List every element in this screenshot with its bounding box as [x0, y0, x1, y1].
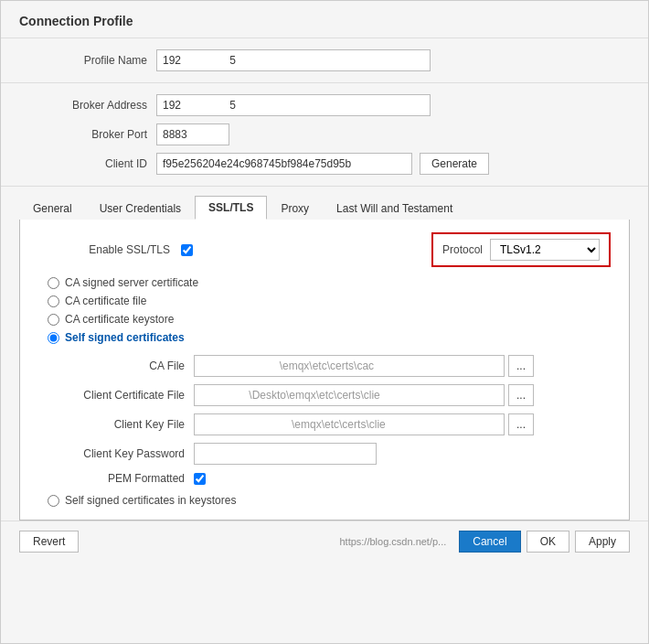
- client-cert-input[interactable]: [194, 384, 505, 406]
- client-key-browse-button[interactable]: ...: [508, 413, 534, 435]
- footer: Revert https://blog.csdn.net/p... Cancel…: [1, 521, 648, 562]
- broker-address-label: Broker Address: [19, 99, 156, 112]
- enable-ssl-checkbox[interactable]: [181, 244, 193, 256]
- client-id-input[interactable]: [156, 153, 412, 175]
- ca-file-row: CA File ...: [38, 355, 611, 377]
- ssl-tls-tab-content: Enable SSL/TLS Protocol TLSv1.0 TLSv1.1 …: [19, 220, 630, 521]
- footer-right: https://blog.csdn.net/p... Cancel OK App…: [339, 531, 630, 553]
- client-key-row: Client Key File ...: [38, 413, 611, 435]
- radio-ca-cert-keystore[interactable]: CA certificate keystore: [48, 313, 611, 326]
- tab-user-credentials[interactable]: User Credentials: [86, 197, 195, 220]
- generate-button[interactable]: Generate: [420, 153, 489, 175]
- radio-self-signed-keystores-input[interactable]: [48, 495, 59, 507]
- tab-proxy[interactable]: Proxy: [267, 197, 323, 220]
- watermark-text: https://blog.csdn.net/p...: [339, 536, 446, 547]
- client-id-row: Client ID Generate: [19, 153, 630, 175]
- client-cert-browse-button[interactable]: ...: [508, 384, 534, 406]
- tab-last-will[interactable]: Last Will and Testament: [323, 197, 466, 220]
- tabs-bar: General User Credentials SSL/TLS Proxy L…: [19, 196, 630, 220]
- broker-address-row: Broker Address: [19, 94, 630, 116]
- file-rows: CA File ... Client Certificate File ...: [38, 355, 611, 485]
- profile-name-section: Profile Name: [1, 38, 648, 83]
- broker-port-row: Broker Port: [19, 123, 630, 145]
- client-key-password-row: Client Key Password: [38, 443, 611, 465]
- radio-ca-signed[interactable]: CA signed server certificate: [48, 276, 611, 289]
- client-key-input[interactable]: [194, 413, 505, 435]
- profile-name-input[interactable]: [156, 49, 431, 71]
- bottom-radio-row[interactable]: Self signed certificates in keystores: [48, 494, 611, 507]
- radio-ca-cert-file-label: CA certificate file: [65, 295, 146, 307]
- ssl-enable-row: Enable SSL/TLS: [38, 243, 193, 256]
- pem-formatted-label: PEM Formatted: [38, 472, 194, 485]
- protocol-label: Protocol: [442, 243, 483, 256]
- radio-self-signed-keystores-label: Self signed certificates in keystores: [65, 494, 236, 507]
- tab-general[interactable]: General: [19, 197, 86, 220]
- client-key-password-input[interactable]: [194, 443, 377, 465]
- profile-name-label: Profile Name: [19, 54, 156, 67]
- dialog-title: Connection Profile: [1, 1, 648, 38]
- radio-self-signed[interactable]: Self signed certificates: [48, 331, 611, 344]
- ca-file-browse-button[interactable]: ...: [508, 355, 534, 377]
- radio-self-signed-label: Self signed certificates: [65, 331, 185, 344]
- radio-self-signed-input[interactable]: [48, 332, 59, 344]
- enable-ssl-label: Enable SSL/TLS: [38, 243, 176, 256]
- client-cert-row: Client Certificate File ...: [38, 384, 611, 406]
- ok-button[interactable]: OK: [527, 531, 569, 553]
- protocol-row: Protocol TLSv1.0 TLSv1.1 TLSv1.2 TLSv1.3: [431, 232, 611, 267]
- broker-port-label: Broker Port: [19, 128, 156, 141]
- ssl-header-row: Enable SSL/TLS Protocol TLSv1.0 TLSv1.1 …: [38, 232, 611, 267]
- broker-port-input[interactable]: [156, 123, 229, 145]
- client-key-input-wrapper: ...: [194, 413, 534, 435]
- apply-button[interactable]: Apply: [575, 531, 630, 553]
- radio-ca-cert-keystore-input[interactable]: [48, 314, 59, 326]
- protocol-select[interactable]: TLSv1.0 TLSv1.1 TLSv1.2 TLSv1.3: [490, 239, 600, 261]
- revert-button[interactable]: Revert: [19, 531, 79, 553]
- tabs-section: General User Credentials SSL/TLS Proxy L…: [1, 187, 648, 521]
- radio-ca-cert-file[interactable]: CA certificate file: [48, 295, 611, 307]
- ca-file-input-wrapper: ...: [194, 355, 534, 377]
- profile-name-row: Profile Name: [19, 49, 630, 71]
- radio-ca-cert-file-input[interactable]: [48, 295, 59, 307]
- client-cert-input-wrapper: ...: [194, 384, 534, 406]
- radio-ca-cert-keystore-label: CA certificate keystore: [65, 313, 174, 326]
- client-id-label: Client ID: [19, 157, 156, 170]
- client-cert-label: Client Certificate File: [38, 389, 194, 402]
- ca-file-label: CA File: [38, 360, 194, 372]
- footer-left: Revert: [19, 531, 79, 553]
- pem-formatted-row: PEM Formatted: [38, 472, 611, 485]
- client-key-password-label: Client Key Password: [38, 447, 194, 460]
- radio-ca-signed-label: CA signed server certificate: [65, 276, 198, 289]
- connection-profile-dialog: Connection Profile Profile Name Broker A…: [0, 0, 649, 644]
- tab-ssl-tls[interactable]: SSL/TLS: [195, 196, 267, 220]
- ca-file-input[interactable]: [194, 355, 505, 377]
- client-key-label: Client Key File: [38, 418, 194, 431]
- broker-address-input[interactable]: [156, 94, 431, 116]
- cancel-button[interactable]: Cancel: [459, 531, 520, 553]
- radio-ca-signed-input[interactable]: [48, 277, 59, 289]
- broker-section: Broker Address Broker Port Client ID Gen…: [1, 83, 648, 187]
- pem-formatted-checkbox[interactable]: [194, 473, 206, 485]
- radio-options: CA signed server certificate CA certific…: [48, 276, 611, 344]
